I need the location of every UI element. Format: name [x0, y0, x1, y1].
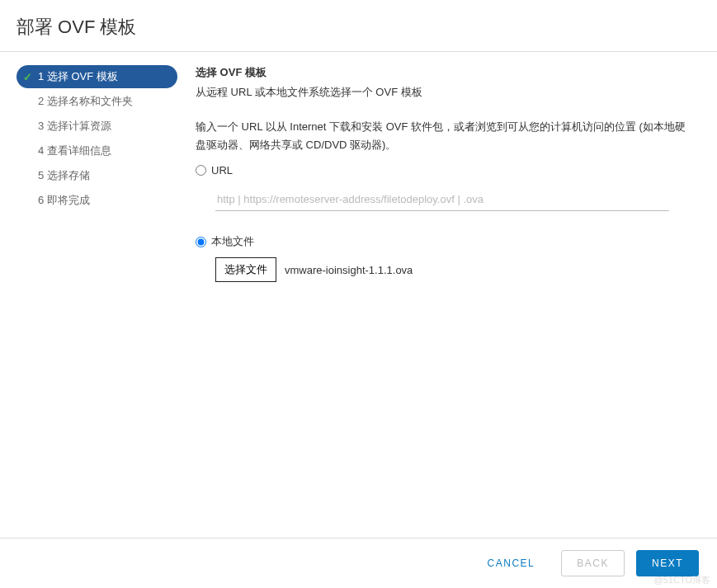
url-radio-row[interactable]: URL: [196, 164, 694, 176]
step-3-compute: 3 选择计算资源: [17, 115, 177, 138]
step-5-storage: 5 选择存储: [17, 164, 177, 187]
local-file-radio-row[interactable]: 本地文件: [196, 234, 694, 249]
section-title: 选择 OVF 模板: [196, 65, 694, 80]
local-file-radio-label: 本地文件: [211, 234, 254, 249]
choose-file-button[interactable]: 选择文件: [215, 257, 276, 282]
step-label: 5 选择存储: [38, 168, 90, 183]
step-2-name-folder: 2 选择名称和文件夹: [17, 90, 177, 113]
step-4-details: 4 查看详细信息: [17, 139, 177, 162]
url-radio[interactable]: [196, 165, 206, 176]
step-label: 3 选择计算资源: [38, 119, 111, 134]
wizard-main: 选择 OVF 模板 从远程 URL 或本地文件系统选择一个 OVF 模板 输入一…: [186, 60, 717, 282]
step-1-select-ovf[interactable]: ✓ 1 选择 OVF 模板: [17, 65, 177, 88]
step-label: 4 查看详细信息: [38, 143, 111, 158]
check-icon: ✓: [23, 71, 35, 83]
url-input-wrap: [196, 185, 694, 218]
back-button: BACK: [561, 550, 625, 576]
local-file-radio[interactable]: [196, 237, 206, 247]
selected-file-name: vmware-ioinsight-1.1.1.ova: [285, 264, 413, 276]
dialog-title: 部署 OVF 模板: [0, 0, 717, 52]
url-input[interactable]: [215, 188, 669, 211]
description-text: 输入一个 URL 以从 Internet 下载和安装 OVF 软件包，或者浏览到…: [196, 118, 694, 154]
section-subtitle: 从远程 URL 或本地文件系统选择一个 OVF 模板: [196, 85, 694, 100]
step-label: 2 选择名称和文件夹: [38, 94, 133, 109]
url-radio-label: URL: [211, 164, 233, 176]
wizard-sidebar: ✓ 1 选择 OVF 模板 2 选择名称和文件夹 3 选择计算资源 4 查看详细…: [0, 60, 186, 282]
file-row: 选择文件 vmware-ioinsight-1.1.1.ova: [196, 257, 694, 282]
next-button[interactable]: NEXT: [636, 550, 699, 576]
cancel-button[interactable]: CANCEL: [473, 551, 550, 576]
dialog-footer: CANCEL BACK NEXT: [0, 538, 717, 588]
step-label: 6 即将完成: [38, 193, 90, 208]
step-label: 1 选择 OVF 模板: [38, 69, 118, 84]
content-area: ✓ 1 选择 OVF 模板 2 选择名称和文件夹 3 选择计算资源 4 查看详细…: [0, 52, 717, 282]
step-6-ready: 6 即将完成: [17, 189, 177, 212]
